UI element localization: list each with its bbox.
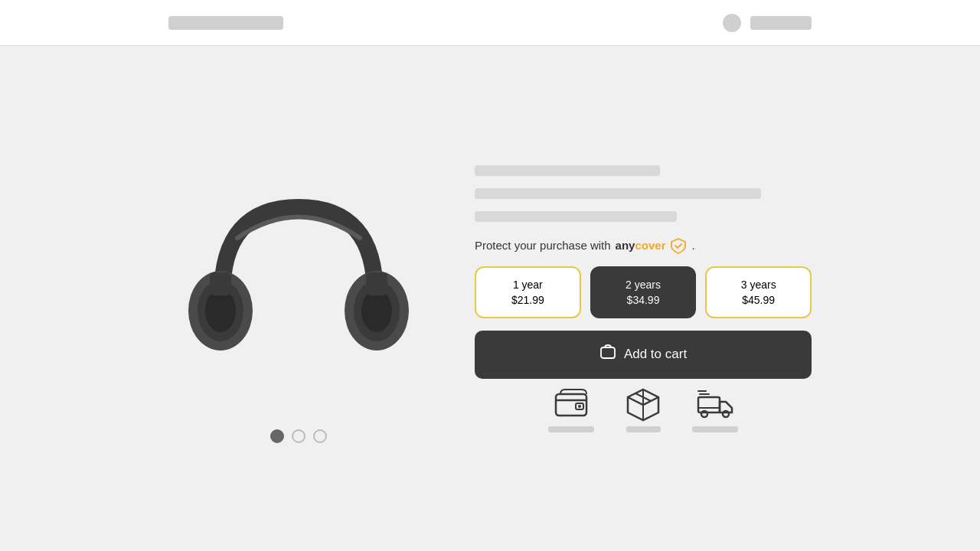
bottom-icons xyxy=(475,385,812,432)
cart-icon xyxy=(599,344,616,365)
svg-point-14 xyxy=(723,411,729,417)
svg-point-11 xyxy=(578,405,581,408)
anycover-title: Protect your purchase with anycover . xyxy=(475,237,812,254)
delivery-label xyxy=(692,426,738,432)
shield-icon xyxy=(670,237,687,254)
add-to-cart-label: Add to cart xyxy=(624,347,687,362)
wallet-label xyxy=(548,426,594,432)
box-item xyxy=(625,385,662,432)
plan-1year-price: $21.99 xyxy=(511,294,544,306)
main-content: Protect your purchase with anycover . xyxy=(0,46,980,551)
svg-rect-7 xyxy=(366,272,387,295)
plan-1year[interactable]: 1 year $21.99 xyxy=(475,266,581,318)
anycover-period: . xyxy=(691,239,694,252)
header xyxy=(0,0,980,46)
anycover-cover: cover xyxy=(635,239,665,252)
plan-3years-duration: 3 years xyxy=(741,279,776,291)
anycover-prefix-text: Protect your purchase with xyxy=(475,239,611,252)
svg-point-13 xyxy=(701,411,707,417)
anycover-section: Protect your purchase with anycover . xyxy=(475,237,812,432)
skeleton-bar-3 xyxy=(475,211,677,222)
anycover-any: any xyxy=(616,239,635,252)
header-dot xyxy=(723,14,741,32)
plan-2years[interactable]: 2 years $34.99 xyxy=(590,266,697,318)
svg-rect-6 xyxy=(210,272,231,295)
plan-3years-price: $45.99 xyxy=(742,294,775,306)
header-pill xyxy=(750,16,812,30)
svg-rect-9 xyxy=(556,394,586,416)
add-to-cart-button[interactable]: Add to cart xyxy=(475,331,812,379)
dot-1[interactable] xyxy=(270,429,284,443)
plan-1year-duration: 1 year xyxy=(513,279,543,291)
header-right xyxy=(723,14,812,32)
plan-options: 1 year $21.99 2 years $34.99 3 years $45… xyxy=(475,266,812,318)
skeleton-bar-1 xyxy=(475,165,660,176)
svg-point-5 xyxy=(361,289,392,332)
dot-3[interactable] xyxy=(313,429,327,443)
headphones-image xyxy=(176,161,421,406)
plan-3years[interactable]: 3 years $45.99 xyxy=(705,266,812,318)
plan-2years-price: $34.99 xyxy=(627,294,660,306)
delivery-item xyxy=(692,385,738,432)
wallet-icon xyxy=(553,385,590,422)
delivery-icon xyxy=(697,385,733,422)
box-label xyxy=(626,426,661,432)
content-wrapper: Protect your purchase with anycover . xyxy=(168,154,812,443)
plan-2years-duration: 2 years xyxy=(626,279,661,291)
product-image-section xyxy=(168,154,429,443)
anycover-brand: anycover xyxy=(616,239,666,252)
product-details-section: Protect your purchase with anycover . xyxy=(475,165,812,432)
svg-rect-8 xyxy=(601,347,615,358)
svg-rect-12 xyxy=(698,397,720,412)
svg-point-2 xyxy=(205,289,236,332)
box-icon xyxy=(625,385,662,422)
logo-placeholder xyxy=(168,16,283,30)
wallet-item xyxy=(548,385,594,432)
dot-2[interactable] xyxy=(292,429,305,443)
image-dots xyxy=(270,429,327,443)
product-image-container xyxy=(168,154,429,414)
skeleton-bar-2 xyxy=(475,188,761,199)
